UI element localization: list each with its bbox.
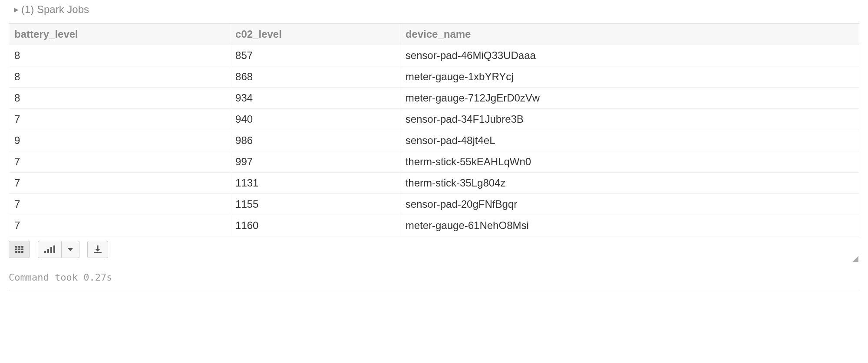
table-row: 8 934 meter-gauge-712JgErD0zVw <box>9 88 859 109</box>
cell-c02-level: 940 <box>230 109 400 130</box>
chart-view-button[interactable] <box>38 241 62 258</box>
column-header-device-name[interactable]: device_name <box>400 24 859 45</box>
table-row: 7 940 sensor-pad-34F1Jubre3B <box>9 109 859 130</box>
cell-c02-level: 997 <box>230 151 400 173</box>
cell-battery-level: 9 <box>9 130 230 151</box>
cell-battery-level: 8 <box>9 45 230 66</box>
cell-c02-level: 1155 <box>230 194 400 215</box>
column-header-battery-level[interactable]: battery_level <box>9 24 230 45</box>
cell-c02-level: 857 <box>230 45 400 66</box>
cell-c02-level: 868 <box>230 66 400 88</box>
table-row: 7 1160 meter-gauge-61NehO8Msi <box>9 215 859 236</box>
cell-c02-level: 1160 <box>230 215 400 236</box>
cell-battery-level: 7 <box>9 215 230 236</box>
cell-battery-level: 8 <box>9 66 230 88</box>
cell-battery-level: 7 <box>9 194 230 215</box>
caret-down-icon <box>68 248 73 251</box>
table-row: 8 857 sensor-pad-46MiQ33UDaaa <box>9 45 859 66</box>
cell-device-name: sensor-pad-20gFNfBgqr <box>400 194 859 215</box>
cell-divider <box>9 289 859 289</box>
spark-jobs-label: (1) Spark Jobs <box>21 3 89 16</box>
cell-device-name: therm-stick-55kEAHLqWn0 <box>400 151 859 173</box>
cell-battery-level: 8 <box>9 88 230 109</box>
column-header-c02-level[interactable]: c02_level <box>230 24 400 45</box>
table-row: 7 1131 therm-stick-35Lg804z <box>9 173 859 194</box>
expand-triangle-icon: ▶ <box>14 6 19 13</box>
table-row: 7 1155 sensor-pad-20gFNfBgqr <box>9 194 859 215</box>
cell-c02-level: 1131 <box>230 173 400 194</box>
cell-device-name: meter-gauge-61NehO8Msi <box>400 215 859 236</box>
cell-battery-level: 7 <box>9 109 230 130</box>
results-table: battery_level c02_level device_name 8 85… <box>9 23 859 236</box>
download-icon <box>94 245 102 253</box>
table-row: 9 986 sensor-pad-48jt4eL <box>9 130 859 151</box>
chart-view-button-group <box>38 241 79 258</box>
cell-battery-level: 7 <box>9 173 230 194</box>
bar-chart-icon <box>44 245 55 253</box>
table-icon <box>15 246 23 253</box>
spark-jobs-toggle[interactable]: ▶ (1) Spark Jobs <box>9 3 859 16</box>
table-row: 7 997 therm-stick-55kEAHLqWn0 <box>9 151 859 173</box>
cell-c02-level: 934 <box>230 88 400 109</box>
cell-device-name: sensor-pad-46MiQ33UDaaa <box>400 45 859 66</box>
chart-view-dropdown-button[interactable] <box>62 241 79 258</box>
cell-device-name: meter-gauge-712JgErD0zVw <box>400 88 859 109</box>
download-button[interactable] <box>87 241 108 258</box>
resize-handle-icon[interactable]: ◢ <box>852 255 858 262</box>
command-execution-time: Command took 0.27s <box>9 272 859 283</box>
cell-device-name: therm-stick-35Lg804z <box>400 173 859 194</box>
cell-battery-level: 7 <box>9 151 230 173</box>
table-header-row: battery_level c02_level device_name <box>9 24 859 45</box>
table-view-button[interactable] <box>9 241 30 258</box>
cell-device-name: sensor-pad-48jt4eL <box>400 130 859 151</box>
table-row: 8 868 meter-gauge-1xbYRYcj <box>9 66 859 88</box>
cell-device-name: meter-gauge-1xbYRYcj <box>400 66 859 88</box>
cell-c02-level: 986 <box>230 130 400 151</box>
cell-device-name: sensor-pad-34F1Jubre3B <box>400 109 859 130</box>
